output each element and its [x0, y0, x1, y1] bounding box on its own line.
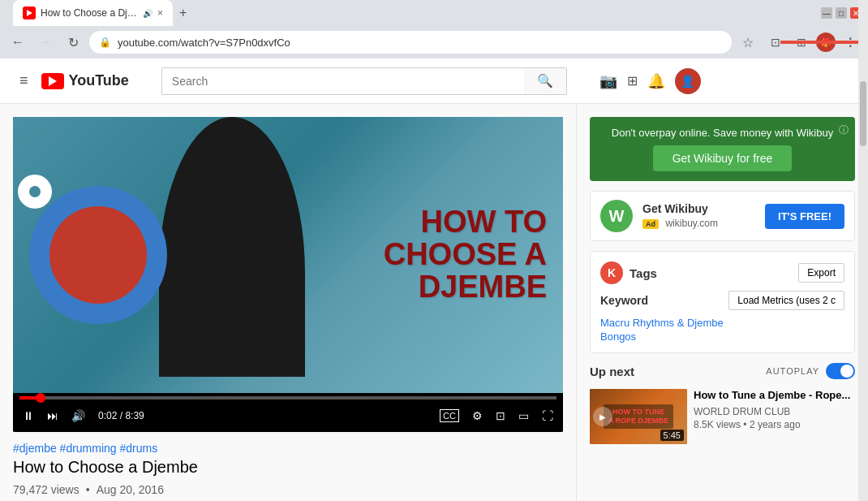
progress-fill	[19, 396, 41, 400]
wikibuy-logo: W	[600, 200, 633, 232]
tags-title: Tags	[630, 266, 657, 280]
extensions-button[interactable]: ⊞	[790, 31, 813, 54]
skip-next-icon: ⏭	[47, 409, 58, 422]
tags-section: K Tags Export Keyword Load Metrics (uses…	[590, 251, 855, 353]
volume-button[interactable]: 🔊	[68, 406, 88, 425]
forward-button[interactable]: →	[34, 31, 57, 54]
video-card-title: How to Tune a Djembe - Rope...	[694, 389, 855, 403]
wikibuy-info: Get Wikibuy Ad wikibuy.com	[642, 202, 765, 230]
video-card-info: How to Tune a Djembe - Rope... WORLD DRU…	[694, 389, 855, 444]
miniplayer-icon: ⊡	[496, 409, 505, 422]
tags-logo-letter: K	[608, 266, 616, 279]
tags-links: Macru Rhythms & Djembe Bongos	[600, 317, 844, 343]
video-player[interactable]: HOW TOCHOOSE ADJEMBE ⏸	[13, 117, 563, 432]
ad-info-icon[interactable]: ⓘ	[839, 123, 849, 137]
up-next-section: Up next AUTOPLAY HOW TO TUNEA ROPE DJEM	[590, 363, 855, 444]
tags-logo: K	[600, 261, 623, 284]
wikibuy-free-button[interactable]: IT'S FREE!	[765, 204, 844, 229]
fullscreen-button[interactable]: ⛶	[539, 406, 556, 425]
yt-logo-icon	[41, 73, 64, 89]
grid-icon: ⊞	[627, 73, 638, 89]
ad-label: Ad	[642, 219, 659, 229]
ad-banner: ⓘ Don't overpay online. Save money with …	[590, 117, 855, 181]
yt-search-form: 🔍	[161, 67, 567, 95]
tags-load-button[interactable]: Load Metrics (uses 2 c	[728, 291, 844, 310]
browser-chrome: How to Choose a Djembe 🔊 × + — □ ✕ ← → ↻…	[0, 0, 868, 58]
settings-button[interactable]: ⚙	[469, 406, 486, 425]
video-controls: ⏸ ⏭ 🔊 0:02 / 8:39 CC	[13, 393, 563, 432]
cast-button[interactable]: ⊡	[764, 31, 787, 54]
up-next-title: Up next	[590, 365, 634, 378]
apps-button[interactable]: ⊞	[627, 73, 638, 89]
tab-title: How to Choose a Djembe	[41, 7, 138, 19]
refresh-button[interactable]: ↻	[62, 31, 84, 54]
bell-icon: 🔔	[647, 72, 665, 90]
tab-close-button[interactable]: ×	[157, 7, 163, 19]
tab-favicon	[23, 6, 36, 19]
upload-button[interactable]: 📷	[599, 72, 617, 90]
view-count: 79,472 views	[13, 483, 79, 496]
autoplay-label: AUTOPLAY	[766, 366, 819, 376]
pause-icon: ⏸	[23, 409, 34, 422]
theater-icon: ▭	[518, 409, 529, 422]
browser-tab[interactable]: How to Choose a Djembe 🔊 ×	[13, 0, 173, 26]
settings-icon: ⚙	[472, 409, 483, 422]
address-input[interactable]	[118, 37, 722, 49]
bookmark-button[interactable]: ☆	[737, 31, 759, 54]
new-tab-button[interactable]: +	[173, 2, 193, 24]
circle-graphic	[29, 186, 167, 324]
yt-logo-text: YouTube	[69, 72, 129, 89]
tags-keyword-row: Keyword Load Metrics (uses 2 c	[600, 291, 844, 310]
play-pause-button[interactable]: ⏸	[19, 406, 37, 425]
theater-button[interactable]: ▭	[515, 406, 532, 425]
person-silhouette	[143, 117, 321, 393]
search-input[interactable]	[161, 67, 524, 95]
miniplayer-button[interactable]: ⊡	[492, 406, 509, 425]
autoplay-toggle-knob	[840, 365, 853, 378]
yt-menu-button[interactable]: ≡	[13, 66, 35, 96]
tags-keyword-label: Keyword	[600, 294, 648, 307]
video-duration: 5:45	[660, 430, 684, 441]
yt-logo[interactable]: YouTube	[41, 72, 129, 89]
cc-button[interactable]: CC	[436, 406, 462, 425]
video-card-channel: WORLD DRUM CLUB	[694, 406, 855, 417]
scrollbar-track[interactable]	[858, 0, 868, 501]
cc-icon: CC	[440, 409, 459, 422]
fullscreen-icon: ⛶	[542, 409, 553, 422]
tag-link-macru[interactable]: Macru Rhythms & Djembe	[600, 317, 844, 329]
ad-banner-button[interactable]: Get Wikibuy for free	[653, 145, 793, 171]
search-icon: 🔍	[537, 74, 553, 88]
extensions-icon: ⊞	[797, 36, 806, 49]
autoplay-toggle[interactable]	[826, 363, 855, 379]
camera-icon: 📷	[599, 72, 617, 90]
hamburger-icon: ≡	[19, 72, 28, 89]
notifications-button[interactable]: 🔔	[647, 72, 665, 90]
tags-header: K Tags Export	[600, 261, 844, 284]
wikibuy-name: Get Wikibuy	[642, 202, 765, 215]
tags-export-button[interactable]: Export	[798, 263, 844, 283]
wikibuy-card: W Get Wikibuy Ad wikibuy.com IT'S FREE!	[590, 191, 855, 241]
up-next-header: Up next AUTOPLAY	[590, 363, 855, 379]
yt-user-avatar[interactable]: 👤	[675, 68, 701, 94]
video-title: How to Choose a Djembe	[13, 458, 563, 477]
upload-date: Aug 20, 2016	[97, 483, 164, 496]
scrollbar-thumb[interactable]	[860, 81, 866, 146]
next-button[interactable]: ⏭	[44, 406, 62, 425]
back-button[interactable]: ←	[6, 31, 29, 54]
secure-icon: 🔒	[99, 37, 111, 48]
tag-link-bongos[interactable]: Bongos	[600, 330, 844, 343]
minimize-button[interactable]: —	[821, 7, 832, 19]
separator: •	[86, 483, 90, 496]
video-hashtags[interactable]: #djembe #drumming #drums	[13, 442, 563, 455]
progress-bar[interactable]	[19, 396, 556, 400]
youtube-app: ≡ YouTube 🔍 📷 ⊞ 🔔	[0, 58, 868, 501]
progress-dot	[36, 393, 45, 403]
sidebar: ⓘ Don't overpay online. Save money with …	[576, 104, 868, 501]
maximize-button[interactable]: □	[836, 7, 847, 19]
tab-audio-icon: 🔊	[143, 9, 153, 18]
user-avatar[interactable]: 🎁	[816, 32, 836, 52]
up-next-video-card[interactable]: HOW TO TUNEA ROPE DJEMBE ▶ 5:45 How to T…	[590, 389, 855, 444]
ad-banner-text: Don't overpay online. Save money with Wi…	[599, 127, 845, 139]
video-title-overlay: HOW TOCHOOSE ADJEMBE	[384, 206, 547, 304]
search-button[interactable]: 🔍	[524, 67, 567, 95]
